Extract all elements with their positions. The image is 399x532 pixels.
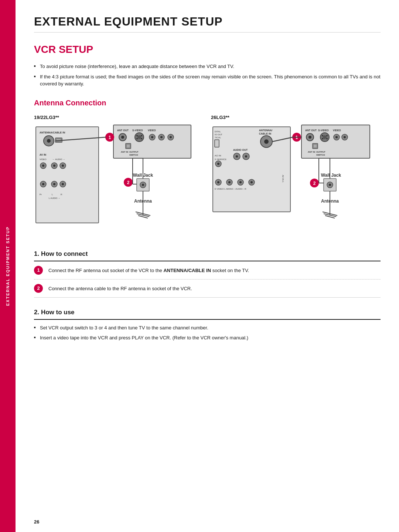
how-to-use-section: 2. How to use Set VCR output switch to 3… bbox=[34, 309, 381, 342]
svg-point-14 bbox=[62, 165, 64, 167]
svg-text:2: 2 bbox=[313, 181, 316, 186]
diagram2-svg: ANTENNA/ CABLE IN DITAL IO OUT TICAL ACI… bbox=[211, 123, 374, 234]
svg-text:D  VIDEO  L-MONO→AUDIO→R: D VIDEO L-MONO→AUDIO→R bbox=[215, 188, 246, 190]
svg-text:S-VIDEO: S-VIDEO bbox=[132, 129, 143, 132]
svg-text:AV IN 1: AV IN 1 bbox=[282, 175, 284, 183]
svg-rect-112 bbox=[313, 144, 317, 148]
svg-text:IO OUT: IO OUT bbox=[215, 133, 222, 136]
svg-point-40 bbox=[160, 136, 163, 138]
svg-point-110 bbox=[344, 136, 346, 138]
svg-point-71 bbox=[264, 139, 269, 144]
svg-text:AV IN: AV IN bbox=[40, 153, 46, 156]
svg-text:TICAL: TICAL bbox=[215, 136, 221, 139]
page-title: EXTERNAL EQUIPMENT SETUP bbox=[34, 15, 381, 33]
svg-point-104 bbox=[322, 138, 323, 139]
svg-text:DITAL: DITAL bbox=[215, 131, 221, 133]
svg-text:ANT OUT: ANT OUT bbox=[117, 129, 129, 132]
svg-text:1: 1 bbox=[109, 135, 111, 140]
bullet-item: To avoid picture noise (interference), l… bbox=[34, 63, 381, 70]
svg-point-28 bbox=[121, 136, 124, 139]
svg-point-103 bbox=[326, 135, 328, 136]
svg-text:VIDEO: VIDEO bbox=[333, 129, 341, 132]
how-to-use-title: 2. How to use bbox=[34, 309, 381, 320]
svg-point-82 bbox=[236, 155, 238, 157]
svg-text:ACI IN: ACI IN bbox=[215, 155, 221, 157]
diagram-col-2: 26LG3** ANTENNA/ CABLE IN DITAL IO OUT T… bbox=[211, 115, 381, 235]
svg-point-108 bbox=[335, 136, 338, 138]
svg-text:L AUDIO →: L AUDIO → bbox=[49, 197, 60, 199]
svg-point-92 bbox=[250, 181, 253, 183]
svg-text:S SERVICE: S SERVICE bbox=[215, 158, 226, 160]
how-to-connect-section: 1. How to connect 1 Connect the RF anten… bbox=[34, 250, 381, 298]
svg-point-18 bbox=[53, 183, 55, 185]
step-2-circle: 2 bbox=[34, 284, 43, 293]
svg-point-31 bbox=[137, 135, 141, 139]
svg-rect-75 bbox=[215, 140, 219, 147]
svg-text:Pr: Pr bbox=[40, 193, 42, 196]
svg-point-88 bbox=[228, 181, 231, 183]
svg-text:ANTENNA/: ANTENNA/ bbox=[259, 129, 272, 132]
svg-text:ANT OUT: ANT OUT bbox=[305, 129, 317, 132]
intro-bullets: To avoid picture noise (interference), l… bbox=[34, 63, 381, 88]
diagram1-label: 19/22LG3** bbox=[34, 115, 204, 120]
step-1: 1 Connect the RF antenna out socket of t… bbox=[34, 261, 381, 279]
svg-point-105 bbox=[326, 138, 328, 139]
svg-text:SWITCH: SWITCH bbox=[129, 154, 138, 156]
svg-point-10 bbox=[42, 165, 44, 167]
svg-point-32 bbox=[136, 135, 138, 136]
diagram1-svg: ANTENNA/CABLE IN AV IN VIDEO ← AUDIO → bbox=[34, 123, 197, 234]
svg-point-125 bbox=[329, 184, 331, 186]
step-2: 2 Connect the antenna cable to the RF an… bbox=[34, 279, 381, 298]
svg-text:VIDEO: VIDEO bbox=[148, 129, 156, 132]
svg-rect-67 bbox=[213, 127, 290, 212]
svg-point-98 bbox=[308, 136, 311, 139]
svg-text:CABLE IN: CABLE IN bbox=[259, 132, 271, 135]
svg-point-38 bbox=[151, 136, 153, 138]
sidebar: EXTERNAL EQUIPMENT SETUP bbox=[0, 0, 16, 532]
svg-rect-44 bbox=[126, 144, 130, 148]
svg-point-12 bbox=[53, 165, 55, 167]
svg-text:AUDIO OUT: AUDIO OUT bbox=[233, 149, 248, 151]
step-1-text: Connect the RF antenna out socket of the… bbox=[48, 266, 249, 274]
use-bullet-2: Insert a video tape into the VCR and pre… bbox=[34, 334, 381, 342]
svg-text:R: R bbox=[61, 193, 62, 196]
svg-text:S-VIDEO: S-VIDEO bbox=[318, 129, 329, 132]
svg-text:ANT IN: ANT IN bbox=[308, 151, 315, 153]
antenna-connection-title: Antenna Connection bbox=[34, 99, 381, 107]
svg-point-102 bbox=[322, 135, 323, 136]
svg-point-84 bbox=[245, 155, 247, 157]
svg-text:← AUDIO →: ← AUDIO → bbox=[52, 158, 65, 160]
svg-point-20 bbox=[62, 183, 64, 185]
diagrams-wrapper: 19/22LG3** ANTENNA/CABLE IN bbox=[34, 115, 381, 235]
svg-point-33 bbox=[141, 135, 142, 136]
main-content: EXTERNAL EQUIPMENT SETUP VCR SETUP To av… bbox=[16, 0, 399, 532]
diagram-col-1: 19/22LG3** ANTENNA/CABLE IN bbox=[34, 115, 204, 235]
vcr-setup-title: VCR SETUP bbox=[34, 44, 381, 55]
bullet-item: If the 4:3 picture format is used; the f… bbox=[34, 73, 381, 88]
svg-text:SWITCH: SWITCH bbox=[316, 154, 325, 156]
page-container: EXTERNAL EQUIPMENT SETUP EXTERNAL EQUIPM… bbox=[0, 0, 399, 532]
svg-text:Wall Jack: Wall Jack bbox=[321, 173, 341, 178]
svg-point-42 bbox=[170, 136, 172, 138]
svg-text:ANT IN: ANT IN bbox=[121, 151, 128, 153]
svg-text:OUTPUT: OUTPUT bbox=[316, 151, 325, 153]
svg-point-101 bbox=[323, 135, 327, 139]
svg-point-56 bbox=[142, 184, 144, 186]
step-2-text: Connect the antenna cable to the RF ante… bbox=[48, 284, 192, 292]
sidebar-text: EXTERNAL EQUIPMENT SETUP bbox=[6, 226, 10, 306]
how-to-use-bullets: Set VCR output switch to 3 or 4 and then… bbox=[34, 324, 381, 342]
step-1-circle: 1 bbox=[34, 266, 43, 275]
svg-point-34 bbox=[136, 138, 138, 139]
svg-point-86 bbox=[217, 181, 219, 183]
page-number: 26 bbox=[34, 519, 39, 525]
diagram2-label: 26LG3** bbox=[211, 115, 381, 120]
svg-point-79 bbox=[217, 163, 219, 165]
svg-text:OUTPUT: OUTPUT bbox=[129, 151, 139, 153]
svg-text:2: 2 bbox=[127, 180, 130, 185]
svg-text:VIDEO: VIDEO bbox=[40, 158, 47, 160]
svg-point-3 bbox=[47, 139, 51, 143]
svg-text:ANTENNA/CABLE IN: ANTENNA/CABLE IN bbox=[40, 131, 65, 134]
svg-point-90 bbox=[239, 181, 242, 183]
svg-point-35 bbox=[141, 138, 142, 139]
use-bullet-1: Set VCR output switch to 3 or 4 and then… bbox=[34, 324, 381, 332]
